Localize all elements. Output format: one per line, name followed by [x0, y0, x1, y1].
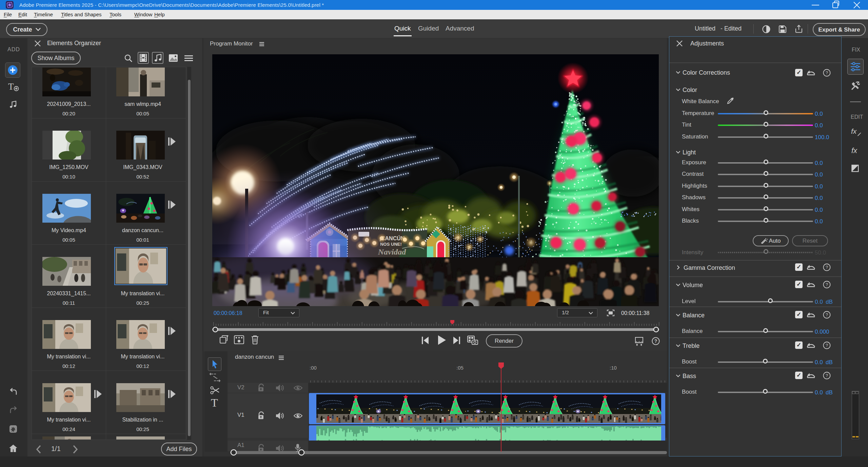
svg-text:?: ?: [826, 70, 828, 75]
svg-text:?: ?: [826, 265, 828, 270]
svg-text:?: ?: [826, 282, 828, 287]
svg-text:?: ?: [826, 343, 828, 348]
svg-text:?: ?: [654, 338, 657, 344]
svg-text:T: T: [8, 81, 14, 92]
svg-text:?: ?: [826, 312, 828, 317]
svg-text:?: ?: [826, 373, 828, 378]
